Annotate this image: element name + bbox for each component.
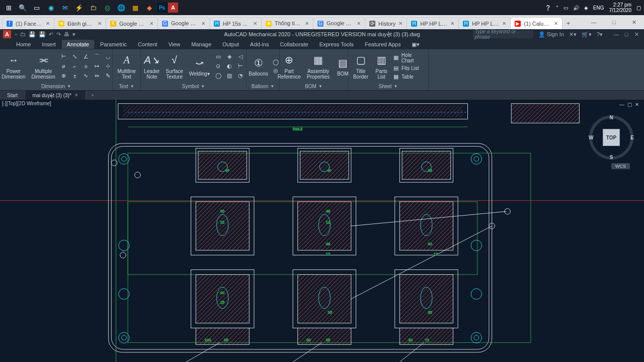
hole-note-icon[interactable]: ◯ (214, 72, 223, 80)
taskbar-clock[interactable]: 2:27 pm 7/12/2020 (609, 2, 632, 13)
wcs-badge[interactable]: WCS (611, 163, 630, 169)
hole-chart-button[interactable]: ▦Hole Chart (392, 52, 425, 63)
dim-angular-icon[interactable]: ∠ (82, 53, 91, 61)
parts-list-button[interactable]: ▥Parts List (372, 53, 390, 80)
help-icon[interactable]: ?▾ (597, 31, 603, 38)
chrome-tab[interactable]: ★Thông tin mới n✕ (261, 17, 313, 29)
tab-close-icon[interactable]: ✕ (398, 21, 403, 26)
power-dimension-button[interactable]: ↔Power Dimension (0, 53, 28, 80)
explorer-icon[interactable]: 🗀 (87, 1, 100, 14)
chrome-tab[interactable]: GGoogle Dịch✕ (157, 17, 210, 29)
photoshop-icon[interactable]: Ps (157, 3, 167, 13)
tab-close-icon[interactable]: ✕ (149, 21, 153, 26)
mail-icon[interactable]: ✉ (58, 1, 71, 14)
title-border-button[interactable]: ▢Title Border (351, 53, 370, 80)
help-search-input[interactable]: Type a keyword or phrase (473, 30, 533, 38)
foxit-icon[interactable]: ◆ (143, 1, 156, 14)
assembly-properties-button[interactable]: ▦Assembly Properties (305, 53, 332, 80)
leader-note-button[interactable]: A↘Leader Note (142, 53, 162, 80)
cart-icon[interactable]: 🛒▾ (582, 31, 592, 38)
viewcube-north[interactable]: N (609, 115, 613, 120)
section-icon[interactable]: ▨ (225, 72, 234, 80)
dim-continue-icon[interactable]: ↦ (93, 62, 102, 70)
edge-sym-icon[interactable]: ◐ (225, 62, 234, 70)
table-button[interactable]: ▦Table (392, 74, 414, 81)
qat-redo-icon[interactable]: ↷ (56, 31, 61, 38)
tab-close-icon[interactable]: ✕ (201, 21, 205, 26)
qat-saveas-icon[interactable]: 💾 (39, 31, 46, 38)
chrome-tab[interactable]: GGoogle Dịch✕ (313, 17, 365, 29)
battery-icon[interactable]: ▭ (564, 5, 568, 11)
dim-tol-icon[interactable]: ± (70, 72, 79, 80)
qat-dd-icon[interactable]: ▾ (72, 31, 75, 38)
multiple-dimension-button[interactable]: ⫘Multiple Dimension (30, 53, 57, 80)
ribbon-expand-icon[interactable]: ▣▾ (407, 40, 425, 49)
start-icon[interactable]: ⊞ (2, 1, 15, 14)
help-tray-icon[interactable]: ❔ (545, 5, 551, 11)
vc-close-icon[interactable]: ✕ (635, 102, 639, 107)
start-tab[interactable]: Start (0, 91, 25, 100)
fits-list-button[interactable]: ▤Fits List (392, 65, 419, 72)
dim-ordinate-icon[interactable]: ⌐ (70, 62, 79, 70)
dim-edit-icon[interactable]: ✎ (104, 72, 113, 80)
acad-minimize[interactable]: — (612, 31, 621, 38)
drawing-tab[interactable]: mai duyệt (3) (3)*✕ (25, 91, 86, 100)
dim-diameter-icon[interactable]: ⌀ (59, 62, 68, 70)
menu-tab-view[interactable]: View (164, 40, 186, 49)
edge-icon[interactable]: ◉ (44, 1, 57, 14)
datum-icon[interactable]: ◈ (225, 53, 234, 61)
task-view-icon[interactable]: ▭ (30, 1, 43, 14)
lang-indicator[interactable]: ENG (593, 5, 604, 11)
wifi-icon[interactable]: ◈ (584, 5, 588, 11)
exchange-icon[interactable]: ✕▾ (569, 31, 577, 38)
chrome-close[interactable]: ✕ (624, 15, 644, 29)
menu-tab-featured-apps[interactable]: Featured Apps (360, 40, 406, 49)
dim-radius-icon[interactable]: ◡ (104, 53, 113, 61)
chrome-tab[interactable]: ★Đánh giá, review✕ (54, 17, 106, 29)
acad-maximize[interactable]: □ (622, 31, 631, 38)
welding-button[interactable]: ⤻Welding▾ (187, 56, 212, 77)
slides-icon[interactable]: ▦ (129, 1, 142, 14)
chrome-tab[interactable]: KGoogle Keep - g✕ (106, 17, 158, 29)
viewcube-west[interactable]: W (589, 135, 593, 140)
viewcube-east[interactable]: E (630, 135, 634, 140)
dim-aligned-icon[interactable]: ⤡ (70, 53, 79, 61)
balloons-button[interactable]: ①Balloons (247, 56, 270, 77)
dim-center-icon[interactable]: ⊕ (59, 72, 68, 80)
signin-button[interactable]: 👤 Sign In (538, 31, 564, 38)
dim-baseline-icon[interactable]: ≡ (82, 62, 91, 70)
menu-tab-content[interactable]: Content (133, 40, 163, 49)
autocad-logo-icon[interactable]: A (3, 30, 11, 38)
qat-undo-icon[interactable]: ↶ (49, 31, 53, 38)
dim-jog-icon[interactable]: ∿ (82, 72, 91, 80)
acad-close[interactable]: ✕ (632, 31, 641, 38)
vc-maximize-icon[interactable]: ▢ (627, 102, 632, 107)
menu-tab-home[interactable]: Home (11, 40, 36, 49)
target-icon[interactable]: ⊙ (214, 62, 223, 70)
qat-plot-icon[interactable]: 🖶 (64, 31, 69, 38)
part-reference-button[interactable]: ⊕Part Reference (276, 53, 303, 80)
drawing-canvas[interactable]: [-][Top][2D Wireframe] (0, 100, 644, 362)
new-tab-button[interactable]: ＋ (562, 17, 574, 29)
menu-tab-add-ins[interactable]: Add-ins (245, 40, 274, 49)
bolt-icon[interactable]: ⚡ (72, 1, 86, 14)
tab-close-icon[interactable]: ✕ (357, 21, 361, 26)
search-icon[interactable]: 🔍 (16, 1, 29, 14)
menu-tab-collaborate[interactable]: Collaborate (275, 40, 313, 49)
qat-new-icon[interactable]: ▫ (15, 31, 17, 38)
close-tab-icon[interactable]: ✕ (74, 93, 78, 98)
tab-close-icon[interactable]: ✕ (46, 21, 50, 26)
tab-close-icon[interactable]: ✕ (305, 21, 309, 26)
autocad-icon[interactable]: A (168, 3, 178, 13)
tab-close-icon[interactable]: ✕ (253, 21, 257, 26)
menu-tab-parametric[interactable]: Parametric (95, 40, 132, 49)
chrome-tab[interactable]: ⟳History✕ (365, 17, 407, 29)
notifications-icon[interactable]: ▢ (636, 5, 641, 11)
feature-frame-icon[interactable]: ▭ (214, 53, 223, 61)
chrome-maximize[interactable]: □ (604, 15, 624, 29)
tab-close-icon[interactable]: ✕ (98, 21, 102, 26)
menu-tab-annotate[interactable]: Annotate (62, 40, 94, 49)
qat-save-icon[interactable]: 💾 (29, 31, 36, 38)
chrome-tab[interactable]: HHP HP Laptop 1✕ (458, 17, 511, 29)
chrome-icon[interactable]: 🌐 (115, 1, 128, 14)
